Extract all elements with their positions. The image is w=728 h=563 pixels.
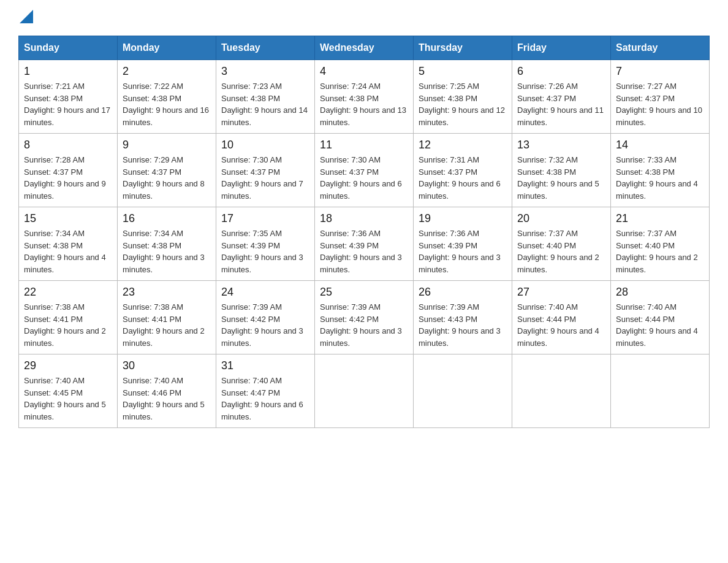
day-number: 5 — [419, 65, 507, 78]
calendar-cell: 15 Sunrise: 7:34 AM Sunset: 4:38 PM Dayl… — [19, 207, 118, 281]
calendar-cell — [512, 354, 611, 428]
day-number: 7 — [616, 65, 704, 78]
calendar-cell: 26 Sunrise: 7:39 AM Sunset: 4:43 PM Dayl… — [414, 281, 512, 354]
sunset-label: Sunset: 4:42 PM — [221, 315, 280, 324]
sunrise-label: Sunrise: 7:27 AM — [616, 82, 677, 91]
sunrise-label: Sunrise: 7:40 AM — [123, 376, 183, 385]
sunset-label: Sunset: 4:41 PM — [24, 315, 83, 324]
day-number: 3 — [221, 65, 309, 78]
calendar-week-row: 8 Sunrise: 7:28 AM Sunset: 4:37 PM Dayli… — [19, 134, 710, 207]
day-info: Sunrise: 7:22 AM Sunset: 4:38 PM Dayligh… — [123, 80, 211, 128]
daylight-label: Daylight: 9 hours and 3 minutes. — [221, 253, 303, 274]
day-number: 6 — [517, 65, 605, 78]
calendar-cell: 25 Sunrise: 7:39 AM Sunset: 4:42 PM Dayl… — [315, 281, 414, 354]
day-info: Sunrise: 7:26 AM Sunset: 4:37 PM Dayligh… — [517, 80, 605, 128]
page-header — [18, 12, 710, 23]
sunrise-label: Sunrise: 7:36 AM — [419, 229, 479, 238]
sunset-label: Sunset: 4:38 PM — [123, 94, 181, 103]
sunset-label: Sunset: 4:45 PM — [24, 388, 83, 397]
sunset-label: Sunset: 4:47 PM — [221, 388, 280, 397]
daylight-label: Daylight: 9 hours and 4 minutes. — [616, 179, 698, 201]
calendar-cell: 10 Sunrise: 7:30 AM Sunset: 4:37 PM Dayl… — [216, 134, 315, 207]
day-number: 8 — [24, 139, 112, 151]
day-info: Sunrise: 7:33 AM Sunset: 4:38 PM Dayligh… — [616, 154, 704, 202]
day-number: 13 — [517, 139, 605, 151]
calendar-week-row: 15 Sunrise: 7:34 AM Sunset: 4:38 PM Dayl… — [19, 207, 710, 281]
sunset-label: Sunset: 4:42 PM — [320, 315, 379, 324]
day-info: Sunrise: 7:34 AM Sunset: 4:38 PM Dayligh… — [24, 228, 112, 275]
day-info: Sunrise: 7:25 AM Sunset: 4:38 PM Dayligh… — [419, 80, 507, 128]
sunrise-label: Sunrise: 7:33 AM — [616, 155, 677, 164]
sunrise-label: Sunrise: 7:22 AM — [123, 82, 183, 91]
sunrise-label: Sunrise: 7:40 AM — [616, 302, 677, 312]
sunrise-label: Sunrise: 7:31 AM — [419, 155, 479, 164]
sunset-label: Sunset: 4:38 PM — [616, 167, 675, 177]
daylight-label: Daylight: 9 hours and 3 minutes. — [123, 253, 205, 274]
calendar-cell — [611, 354, 710, 428]
day-info: Sunrise: 7:38 AM Sunset: 4:41 PM Dayligh… — [123, 301, 211, 349]
daylight-label: Daylight: 9 hours and 9 minutes. — [24, 179, 106, 201]
day-number: 4 — [320, 65, 408, 78]
daylight-label: Daylight: 9 hours and 8 minutes. — [123, 179, 205, 201]
day-info: Sunrise: 7:30 AM Sunset: 4:37 PM Dayligh… — [320, 154, 408, 202]
day-number: 28 — [616, 286, 704, 299]
calendar-cell: 3 Sunrise: 7:23 AM Sunset: 4:38 PM Dayli… — [216, 60, 315, 134]
calendar-cell: 20 Sunrise: 7:37 AM Sunset: 4:40 PM Dayl… — [512, 207, 611, 281]
day-number: 20 — [517, 212, 605, 225]
daylight-label: Daylight: 9 hours and 3 minutes. — [419, 326, 501, 348]
sunrise-label: Sunrise: 7:39 AM — [221, 302, 282, 312]
sunset-label: Sunset: 4:44 PM — [517, 315, 576, 324]
daylight-label: Daylight: 9 hours and 3 minutes. — [419, 253, 501, 274]
day-info: Sunrise: 7:35 AM Sunset: 4:39 PM Dayligh… — [221, 228, 309, 275]
daylight-label: Daylight: 9 hours and 5 minutes. — [123, 400, 205, 421]
sunrise-label: Sunrise: 7:35 AM — [221, 229, 282, 238]
sunset-label: Sunset: 4:38 PM — [320, 94, 379, 103]
day-info: Sunrise: 7:28 AM Sunset: 4:37 PM Dayligh… — [24, 154, 112, 202]
svg-marker-0 — [20, 10, 33, 23]
calendar-cell: 31 Sunrise: 7:40 AM Sunset: 4:47 PM Dayl… — [216, 354, 315, 428]
weekday-header: Monday — [118, 36, 216, 60]
sunset-label: Sunset: 4:46 PM — [123, 388, 181, 397]
calendar-cell — [414, 354, 512, 428]
daylight-label: Daylight: 9 hours and 3 minutes. — [221, 326, 303, 348]
day-info: Sunrise: 7:29 AM Sunset: 4:37 PM Dayligh… — [123, 154, 211, 202]
calendar-cell: 13 Sunrise: 7:32 AM Sunset: 4:38 PM Dayl… — [512, 134, 611, 207]
day-info: Sunrise: 7:32 AM Sunset: 4:38 PM Dayligh… — [517, 154, 605, 202]
sunrise-label: Sunrise: 7:29 AM — [123, 155, 183, 164]
calendar-cell: 21 Sunrise: 7:37 AM Sunset: 4:40 PM Dayl… — [611, 207, 710, 281]
day-number: 25 — [320, 286, 408, 299]
calendar-week-row: 22 Sunrise: 7:38 AM Sunset: 4:41 PM Dayl… — [19, 281, 710, 354]
daylight-label: Daylight: 9 hours and 4 minutes. — [517, 326, 599, 348]
sunrise-label: Sunrise: 7:38 AM — [24, 302, 85, 312]
day-number: 11 — [320, 139, 408, 151]
sunset-label: Sunset: 4:38 PM — [221, 94, 280, 103]
sunrise-label: Sunrise: 7:40 AM — [517, 302, 578, 312]
day-info: Sunrise: 7:34 AM Sunset: 4:38 PM Dayligh… — [123, 228, 211, 275]
weekday-header: Tuesday — [216, 36, 315, 60]
sunrise-label: Sunrise: 7:39 AM — [419, 302, 479, 312]
sunrise-label: Sunrise: 7:34 AM — [123, 229, 183, 238]
sunset-label: Sunset: 4:37 PM — [320, 167, 379, 177]
sunrise-label: Sunrise: 7:26 AM — [517, 82, 578, 91]
day-number: 19 — [419, 212, 507, 225]
daylight-label: Daylight: 9 hours and 6 minutes. — [419, 179, 501, 201]
daylight-label: Daylight: 9 hours and 5 minutes. — [517, 179, 599, 201]
sunrise-label: Sunrise: 7:40 AM — [221, 376, 282, 385]
day-info: Sunrise: 7:40 AM Sunset: 4:44 PM Dayligh… — [616, 301, 704, 349]
sunset-label: Sunset: 4:43 PM — [419, 315, 477, 324]
day-number: 24 — [221, 286, 309, 299]
calendar-cell: 8 Sunrise: 7:28 AM Sunset: 4:37 PM Dayli… — [19, 134, 118, 207]
day-info: Sunrise: 7:36 AM Sunset: 4:39 PM Dayligh… — [419, 228, 507, 275]
sunrise-label: Sunrise: 7:21 AM — [24, 82, 85, 91]
day-info: Sunrise: 7:31 AM Sunset: 4:37 PM Dayligh… — [419, 154, 507, 202]
day-number: 23 — [123, 286, 211, 299]
daylight-label: Daylight: 9 hours and 11 minutes. — [517, 105, 604, 127]
sunset-label: Sunset: 4:38 PM — [419, 94, 477, 103]
daylight-label: Daylight: 9 hours and 17 minutes. — [24, 105, 110, 127]
calendar-cell: 27 Sunrise: 7:40 AM Sunset: 4:44 PM Dayl… — [512, 281, 611, 354]
day-number: 26 — [419, 286, 507, 299]
sunset-label: Sunset: 4:38 PM — [517, 167, 576, 177]
day-number: 18 — [320, 212, 408, 225]
day-info: Sunrise: 7:37 AM Sunset: 4:40 PM Dayligh… — [616, 228, 704, 275]
day-number: 2 — [123, 65, 211, 78]
